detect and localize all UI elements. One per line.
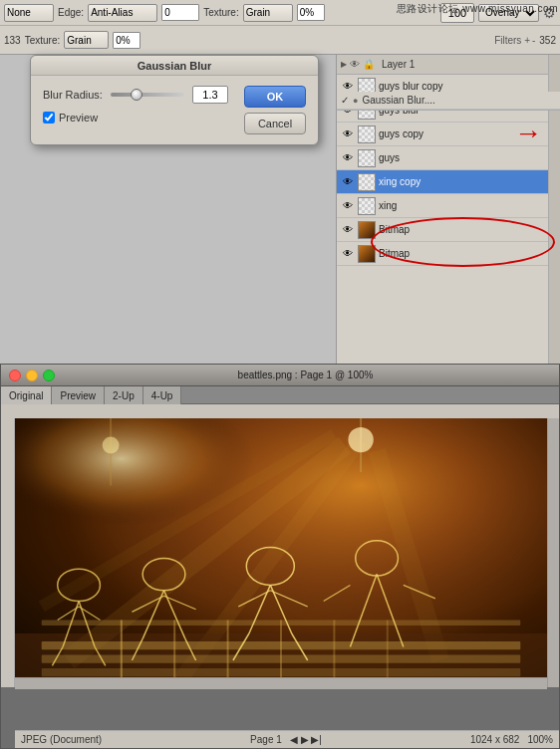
status-page-info: Page 1 — [250, 734, 282, 745]
ruler-horizontal: // ruler ticks — [1, 404, 559, 418]
preview-label: Preview — [59, 112, 98, 124]
layer-name-4: xing copy — [379, 176, 556, 187]
layer-thumb-6 — [358, 221, 376, 239]
svg-rect-0 — [1, 404, 559, 418]
texture2-label: Texture: — [25, 35, 61, 46]
blur-slider-thumb[interactable] — [131, 89, 142, 101]
close-dot[interactable] — [9, 370, 21, 381]
brush-select[interactable]: None — [4, 4, 54, 22]
edge-type-wrap[interactable]: Anti-Alias — [88, 4, 157, 22]
scrollbar-horizontal[interactable] — [15, 677, 547, 689]
ps-canvas — [15, 418, 547, 687]
layer-row-7[interactable]: 👁Bitmap — [337, 242, 560, 266]
ps-image — [15, 418, 547, 687]
dialog-title: Gaussian Blur — [138, 60, 212, 72]
gaussian-blur-dialog: Gaussian Blur Blur Radius: Preview — [30, 55, 319, 145]
preview-checkbox[interactable] — [43, 112, 55, 124]
tab-original[interactable]: Original — [1, 386, 52, 404]
brush-dropdown-wrap[interactable]: None — [4, 4, 54, 22]
layer-thumb-2 — [358, 125, 376, 143]
layer-row-4[interactable]: 👁xing copy — [337, 170, 560, 194]
red-arrow: → — [514, 118, 542, 149]
ps-tabs: Original Preview 2-Up 4-Up — [1, 386, 559, 404]
texture-type-select[interactable]: Grain — [243, 4, 293, 22]
layer-row-3[interactable]: 👁guys — [337, 146, 560, 170]
toolbar-row2: 133 Texture: Grain Filters + - 352 — [0, 26, 560, 54]
texture2-select[interactable]: Grain — [64, 31, 109, 49]
layer-thumb-3 — [358, 149, 376, 167]
triangle-icon: ▶ — [341, 60, 347, 69]
ps-statusbar: JPEG (Document) Page 1 ◀ ▶ ▶| 1024 x 682… — [15, 730, 559, 748]
layer-name-7: Bitmap — [379, 248, 556, 259]
layer-row-6[interactable]: 👁Bitmap — [337, 218, 560, 242]
status-zoom: 100% — [527, 734, 553, 745]
layer1-name: Layer 1 — [382, 59, 415, 70]
maximize-dot[interactable] — [43, 370, 55, 381]
preview-row: Preview — [43, 112, 228, 124]
eye-icon-7[interactable]: 👁 — [341, 247, 355, 261]
cancel-button[interactable]: Cancel — [244, 113, 306, 134]
lock-icon: 🔒 — [363, 59, 375, 70]
ruler-vertical — [1, 418, 15, 687]
blur-radius-row: Blur Radius: — [43, 86, 228, 104]
layer-thumb-7 — [358, 245, 376, 263]
blur-radius-label: Blur Radius: — [43, 89, 103, 101]
texture-pct-input[interactable] — [297, 4, 325, 21]
svg-point-47 — [103, 437, 120, 454]
visibility-icon: 👁 — [350, 59, 360, 70]
dialog-title-bar: Gaussian Blur — [31, 56, 318, 76]
ps-window: beattles.png : Page 1 @ 100% Original Pr… — [0, 364, 560, 749]
ps-titlebar: beattles.png : Page 1 @ 100% — [1, 365, 559, 386]
gauss-filter-name: Gaussian Blur.... — [362, 95, 434, 106]
layer-row-5[interactable]: 👁xing — [337, 194, 560, 218]
right-coord-label: 352 — [539, 35, 556, 46]
texture2-type-wrap[interactable]: Grain — [64, 31, 109, 49]
light-beams-svg — [15, 418, 547, 687]
ruler-h-svg: // ruler ticks — [1, 404, 559, 418]
ps-canvas-area — [1, 418, 559, 707]
blur-value-input[interactable] — [192, 86, 228, 104]
status-nav: ◀ ▶ ▶| — [290, 734, 322, 745]
eye-icon-2[interactable]: 👁 — [341, 127, 355, 141]
gaussian-blur-entry: ✓ ● Gaussian Blur.... — [337, 92, 560, 110]
ps-title-text: beattles.png : Page 1 @ 100% — [60, 370, 551, 380]
eye-icon-6[interactable]: 👁 — [341, 223, 355, 237]
layer-name-5: xing — [379, 200, 556, 211]
minimize-dot[interactable] — [26, 370, 38, 381]
dialog-buttons: OK Cancel — [244, 86, 306, 134]
layer-name-0: guys blur copy — [379, 81, 556, 92]
tab-4up[interactable]: 4-Up — [143, 386, 182, 404]
eye-icon-5[interactable]: 👁 — [341, 199, 355, 213]
edge-type-select[interactable]: Anti-Alias — [88, 4, 157, 22]
layer-thumb-5 — [358, 197, 376, 215]
gauss-icon: ● — [353, 96, 358, 106]
edge-value-input[interactable] — [161, 4, 199, 21]
layer-name-3: guys — [379, 152, 556, 163]
layer-thumb-4 — [358, 173, 376, 191]
scrollbar-vertical[interactable] — [547, 418, 559, 687]
ok-button[interactable]: OK — [244, 86, 306, 108]
tab-2up[interactable]: 2-Up — [105, 386, 143, 404]
blur-slider[interactable] — [111, 93, 184, 97]
texture-label: Texture: — [203, 7, 239, 18]
svg-point-45 — [348, 427, 373, 452]
size-label: - — [532, 35, 535, 46]
tab-preview[interactable]: Preview — [52, 386, 105, 404]
eye-icon-3[interactable]: 👁 — [341, 151, 355, 165]
filters-label: Filters + — [494, 35, 530, 46]
layer-name-6: Bitmap — [379, 224, 556, 235]
status-doc-type: JPEG (Document) — [21, 734, 102, 745]
gauss-check[interactable]: ✓ — [341, 95, 349, 106]
texture2-pct-input[interactable] — [113, 32, 140, 49]
watermark: 思路设计论坛 www.missyuan.com — [397, 2, 558, 16]
status-dimensions: 1024 x 682 — [470, 734, 520, 745]
layer-section-header: ▶ 👁 🔒 Layer 1 — [337, 55, 560, 75]
edge-label: Edge: — [58, 7, 84, 18]
eye-icon-4[interactable]: 👁 — [341, 175, 355, 189]
left-coord-label: 133 — [4, 35, 21, 46]
texture-type-wrap[interactable]: Grain — [243, 4, 293, 22]
filters-area: ✓ ● Gaussian Blur.... — [336, 92, 560, 111]
